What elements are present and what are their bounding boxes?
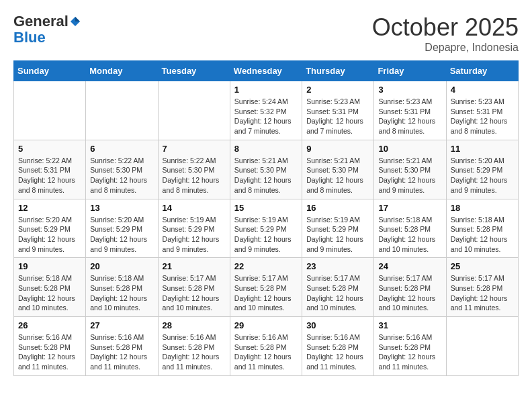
calendar-cell [14, 81, 86, 140]
day-info: Sunrise: 5:24 AM Sunset: 5:32 PM Dayligh… [234, 97, 298, 136]
calendar-cell: 13Sunrise: 5:20 AM Sunset: 5:29 PM Dayli… [86, 199, 158, 258]
calendar-cell: 29Sunrise: 5:16 AM Sunset: 5:28 PM Dayli… [230, 317, 302, 376]
day-number: 8 [234, 144, 298, 154]
day-number: 6 [90, 144, 153, 154]
day-info: Sunrise: 5:21 AM Sunset: 5:30 PM Dayligh… [306, 156, 369, 195]
month-title: October 2025 [372, 13, 519, 42]
day-info: Sunrise: 5:20 AM Sunset: 5:29 PM Dayligh… [451, 156, 514, 195]
day-info: Sunrise: 5:17 AM Sunset: 5:28 PM Dayligh… [306, 273, 369, 313]
calendar-week-row: 12Sunrise: 5:20 AM Sunset: 5:29 PM Dayli… [14, 199, 519, 258]
calendar-cell: 24Sunrise: 5:17 AM Sunset: 5:28 PM Dayli… [374, 258, 446, 317]
calendar-table: SundayMondayTuesdayWednesdayThursdayFrid… [13, 60, 519, 376]
calendar-cell: 16Sunrise: 5:19 AM Sunset: 5:29 PM Dayli… [302, 199, 374, 258]
calendar-cell: 11Sunrise: 5:20 AM Sunset: 5:29 PM Dayli… [446, 140, 518, 199]
day-number: 10 [378, 144, 441, 154]
day-number: 16 [306, 203, 369, 213]
day-info: Sunrise: 5:23 AM Sunset: 5:31 PM Dayligh… [451, 97, 514, 136]
logo: General Blue [13, 13, 81, 46]
calendar-cell: 5Sunrise: 5:22 AM Sunset: 5:31 PM Daylig… [14, 140, 86, 199]
day-info: Sunrise: 5:17 AM Sunset: 5:28 PM Dayligh… [163, 273, 226, 313]
calendar-cell: 4Sunrise: 5:23 AM Sunset: 5:31 PM Daylig… [446, 81, 518, 140]
day-number: 21 [163, 261, 226, 271]
day-number: 28 [163, 320, 226, 330]
day-info: Sunrise: 5:20 AM Sunset: 5:29 PM Dayligh… [90, 215, 153, 255]
day-number: 2 [306, 85, 369, 95]
day-number: 27 [90, 320, 153, 330]
calendar-cell: 22Sunrise: 5:17 AM Sunset: 5:28 PM Dayli… [230, 258, 302, 317]
page-header: General Blue October 2025 Depapre, Indon… [13, 13, 519, 54]
calendar-cell: 7Sunrise: 5:22 AM Sunset: 5:30 PM Daylig… [158, 140, 230, 199]
logo-icon [69, 15, 81, 28]
day-number: 22 [234, 261, 298, 271]
day-info: Sunrise: 5:22 AM Sunset: 5:31 PM Dayligh… [18, 156, 81, 195]
calendar-cell: 19Sunrise: 5:18 AM Sunset: 5:28 PM Dayli… [14, 258, 86, 317]
day-info: Sunrise: 5:23 AM Sunset: 5:31 PM Dayligh… [378, 97, 441, 136]
day-info: Sunrise: 5:21 AM Sunset: 5:30 PM Dayligh… [378, 156, 441, 195]
title-block: October 2025 Depapre, Indonesia [372, 13, 519, 54]
day-info: Sunrise: 5:20 AM Sunset: 5:29 PM Dayligh… [18, 215, 81, 255]
day-number: 11 [451, 144, 514, 154]
day-info: Sunrise: 5:23 AM Sunset: 5:31 PM Dayligh… [306, 97, 369, 136]
calendar-cell: 14Sunrise: 5:19 AM Sunset: 5:29 PM Dayli… [158, 199, 230, 258]
day-number: 23 [306, 261, 369, 271]
calendar-cell [446, 317, 518, 376]
calendar-cell: 2Sunrise: 5:23 AM Sunset: 5:31 PM Daylig… [302, 81, 374, 140]
calendar-cell: 17Sunrise: 5:18 AM Sunset: 5:28 PM Dayli… [374, 199, 446, 258]
day-number: 13 [90, 203, 153, 213]
weekday-header-row: SundayMondayTuesdayWednesdayThursdayFrid… [14, 61, 519, 81]
logo-general: General [13, 13, 69, 30]
day-info: Sunrise: 5:18 AM Sunset: 5:28 PM Dayligh… [18, 273, 81, 313]
calendar-cell: 30Sunrise: 5:16 AM Sunset: 5:28 PM Dayli… [302, 317, 374, 376]
day-info: Sunrise: 5:19 AM Sunset: 5:29 PM Dayligh… [306, 215, 369, 255]
day-number: 9 [306, 144, 369, 154]
calendar-week-row: 26Sunrise: 5:16 AM Sunset: 5:28 PM Dayli… [14, 317, 519, 376]
svg-marker-1 [75, 17, 80, 21]
calendar-cell: 31Sunrise: 5:16 AM Sunset: 5:28 PM Dayli… [374, 317, 446, 376]
day-number: 31 [378, 320, 441, 330]
day-number: 19 [18, 261, 81, 271]
day-info: Sunrise: 5:17 AM Sunset: 5:28 PM Dayligh… [378, 273, 441, 313]
calendar-cell: 3Sunrise: 5:23 AM Sunset: 5:31 PM Daylig… [374, 81, 446, 140]
day-number: 3 [378, 85, 441, 95]
calendar-cell: 21Sunrise: 5:17 AM Sunset: 5:28 PM Dayli… [158, 258, 230, 317]
day-info: Sunrise: 5:16 AM Sunset: 5:28 PM Dayligh… [18, 332, 81, 372]
calendar-cell [158, 81, 230, 140]
day-number: 14 [163, 203, 226, 213]
day-info: Sunrise: 5:19 AM Sunset: 5:29 PM Dayligh… [234, 215, 298, 255]
day-number: 20 [90, 261, 153, 271]
logo-blue: Blue [13, 30, 81, 46]
weekday-header-saturday: Saturday [446, 61, 518, 81]
weekday-header-monday: Monday [86, 61, 158, 81]
calendar-cell: 6Sunrise: 5:22 AM Sunset: 5:30 PM Daylig… [86, 140, 158, 199]
calendar-cell: 20Sunrise: 5:18 AM Sunset: 5:28 PM Dayli… [86, 258, 158, 317]
day-number: 30 [306, 320, 369, 330]
day-info: Sunrise: 5:16 AM Sunset: 5:28 PM Dayligh… [306, 332, 369, 372]
calendar-cell: 27Sunrise: 5:16 AM Sunset: 5:28 PM Dayli… [86, 317, 158, 376]
day-number: 7 [163, 144, 226, 154]
day-info: Sunrise: 5:19 AM Sunset: 5:29 PM Dayligh… [163, 215, 226, 255]
calendar-week-row: 1Sunrise: 5:24 AM Sunset: 5:32 PM Daylig… [14, 81, 519, 140]
day-info: Sunrise: 5:16 AM Sunset: 5:28 PM Dayligh… [234, 332, 298, 372]
calendar-week-row: 5Sunrise: 5:22 AM Sunset: 5:31 PM Daylig… [14, 140, 519, 199]
day-info: Sunrise: 5:22 AM Sunset: 5:30 PM Dayligh… [163, 156, 226, 195]
day-info: Sunrise: 5:17 AM Sunset: 5:28 PM Dayligh… [234, 273, 298, 313]
day-info: Sunrise: 5:17 AM Sunset: 5:28 PM Dayligh… [451, 273, 514, 313]
weekday-header-tuesday: Tuesday [158, 61, 230, 81]
day-number: 12 [18, 203, 81, 213]
day-number: 29 [234, 320, 298, 330]
calendar-cell [86, 81, 158, 140]
day-number: 1 [234, 85, 298, 95]
weekday-header-thursday: Thursday [302, 61, 374, 81]
weekday-header-sunday: Sunday [14, 61, 86, 81]
day-number: 4 [451, 85, 514, 95]
weekday-header-wednesday: Wednesday [230, 61, 302, 81]
day-number: 24 [378, 261, 441, 271]
day-info: Sunrise: 5:18 AM Sunset: 5:28 PM Dayligh… [451, 215, 514, 255]
day-info: Sunrise: 5:16 AM Sunset: 5:28 PM Dayligh… [90, 332, 153, 372]
day-number: 25 [451, 261, 514, 271]
day-info: Sunrise: 5:16 AM Sunset: 5:28 PM Dayligh… [163, 332, 226, 372]
day-info: Sunrise: 5:18 AM Sunset: 5:28 PM Dayligh… [378, 215, 441, 255]
calendar-cell: 28Sunrise: 5:16 AM Sunset: 5:28 PM Dayli… [158, 317, 230, 376]
calendar-cell: 8Sunrise: 5:21 AM Sunset: 5:30 PM Daylig… [230, 140, 302, 199]
day-info: Sunrise: 5:21 AM Sunset: 5:30 PM Dayligh… [234, 156, 298, 195]
